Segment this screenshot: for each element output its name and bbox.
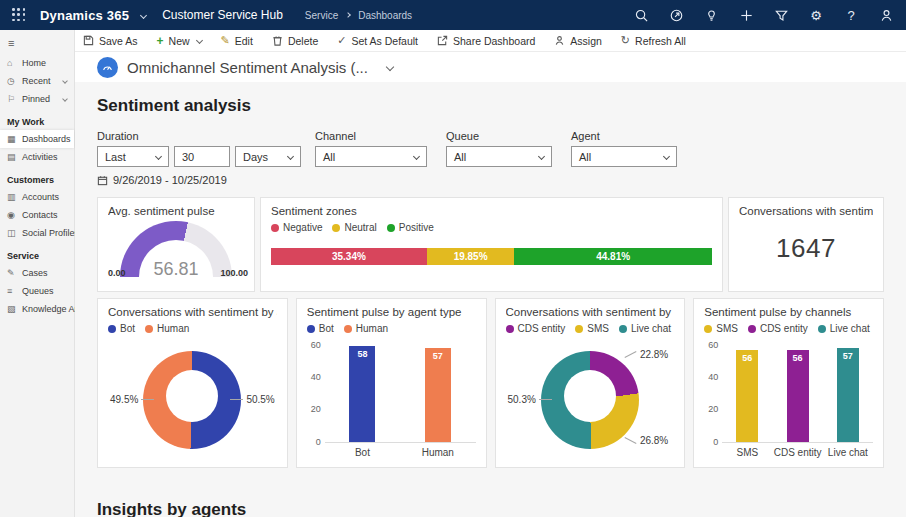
filter-bar: Duration Last Days Channel All	[97, 130, 884, 167]
chevron-down-icon	[62, 78, 68, 84]
knowledge-articles-icon: ▧	[7, 304, 17, 314]
cds-entity-bar: 56	[787, 350, 809, 442]
app-launcher-waffle-icon[interactable]	[12, 8, 26, 22]
sidebar-item-recent[interactable]: ◷ Recent	[0, 72, 74, 90]
app-name[interactable]: Customer Service Hub	[162, 8, 283, 22]
settings-gear-icon[interactable]: ⚙	[808, 7, 824, 23]
sms-bar: 56	[736, 350, 758, 442]
agent-filter: Agent All	[571, 130, 677, 167]
live-chat-share-label: 50.3%	[508, 394, 552, 405]
duration-count-input[interactable]	[174, 146, 230, 167]
search-icon[interactable]	[633, 7, 649, 23]
neutral-legend-dot	[332, 224, 340, 232]
breadcrumb-separator-icon	[345, 12, 351, 18]
duration-filter: Duration Last Days	[97, 130, 301, 167]
negative-legend-dot	[271, 224, 279, 232]
dashboard-selector-title[interactable]: Omnichannel Sentiment Analysis (...	[127, 59, 368, 76]
breadcrumb-service[interactable]: Service	[305, 10, 338, 21]
delete-button[interactable]: Delete	[272, 35, 318, 47]
sidebar-section-my-work: My Work	[0, 108, 74, 130]
sidebar-item-cases[interactable]: ✎ Cases	[0, 264, 74, 282]
account-person-icon[interactable]	[878, 7, 894, 23]
sentiment-pulse-by-channels-bar-card: Sentiment pulse by channels SMS CDS enti…	[693, 298, 884, 468]
activities-icon: ▤	[7, 152, 17, 162]
sidebar-item-knowledge-articles[interactable]: ▧ Knowledge Articles	[0, 300, 74, 318]
sitemap-sidebar: ≡ ⌂ Home ◷ Recent ⚐ Pinned My Work ▦ Das…	[0, 30, 75, 517]
channel-select[interactable]: All	[315, 146, 427, 167]
agent-select[interactable]: All	[571, 146, 677, 167]
brand-title[interactable]: Dynamics 365	[40, 8, 129, 23]
channel-filter: Channel All	[315, 130, 427, 167]
sidebar-item-home[interactable]: ⌂ Home	[0, 54, 74, 72]
share-icon	[437, 35, 448, 46]
insights-section-title: Insights by agents	[97, 500, 884, 517]
live-chat-legend-dot	[619, 325, 627, 333]
plus-icon: +	[157, 35, 164, 47]
breadcrumb: Service Dashboards	[305, 10, 412, 21]
dashboard-gauge-icon	[97, 57, 118, 78]
command-bar: Save As + New ✎ Edit Delete ✓ Set As Def…	[75, 30, 906, 52]
filter-funnel-icon[interactable]	[773, 7, 789, 23]
recent-clock-icon: ◷	[7, 76, 17, 86]
pencil-icon: ✎	[221, 35, 230, 46]
trash-icon	[272, 35, 283, 46]
share-dashboard-button[interactable]: Share Dashboard	[437, 35, 535, 47]
channels-bar-chart: 60 40 20 0 56 56 57	[704, 343, 873, 443]
neutral-segment: 19.85%	[427, 248, 515, 265]
quick-actions-icon[interactable]	[668, 7, 684, 23]
duration-unit-select[interactable]: Days	[235, 146, 301, 167]
calendar-icon	[97, 175, 108, 186]
avg-sentiment-pulse-card: Avg. sentiment pulse 56.81 0.00 100.00	[97, 197, 255, 292]
sentiment-by-channel-donut-card: Conversations with sentiment by channel …	[495, 298, 686, 468]
queue-filter: Queue All	[446, 130, 552, 167]
sidebar-item-contacts[interactable]: ◉ Contacts	[0, 206, 74, 224]
brand-chevron-down-icon[interactable]	[140, 11, 147, 18]
sitemap-collapse-icon[interactable]: ≡	[0, 30, 74, 54]
edit-button[interactable]: ✎ Edit	[221, 35, 253, 47]
kpi-value: 1647	[739, 233, 873, 264]
save-as-button[interactable]: Save As	[83, 35, 138, 47]
check-icon: ✓	[337, 35, 346, 46]
chevron-down-icon	[62, 96, 68, 102]
top-nav-bar: Dynamics 365 Customer Service Hub Servic…	[0, 0, 906, 30]
assign-button[interactable]: Assign	[554, 35, 602, 47]
breadcrumb-dashboards[interactable]: Dashboards	[358, 10, 412, 21]
sentiment-by-agent-type-donut-card: Conversations with sentiment by agent t.…	[97, 298, 288, 468]
conversations-kpi-card: Conversations with sentiment p... 1647	[728, 197, 884, 292]
sidebar-item-dashboards[interactable]: ▦ Dashboards	[0, 130, 74, 148]
dashboard-selector-chevron-icon[interactable]	[386, 63, 394, 71]
sentiment-pulse-by-agent-type-bar-card: Sentiment pulse by agent type Bot Human …	[296, 298, 487, 468]
add-plus-icon[interactable]	[738, 7, 754, 23]
human-bar: 57	[425, 348, 451, 442]
set-as-default-button[interactable]: ✓ Set As Default	[337, 35, 418, 47]
date-range-display: 9/26/2019 - 10/25/2019	[97, 174, 884, 186]
cds-entity-share-label: 22.8%	[624, 349, 668, 360]
duration-range-select[interactable]: Last	[97, 146, 169, 167]
cds-entity-legend-dot	[506, 325, 514, 333]
sentiment-zones-stacked-bar: 35.34% 19.85% 44.81%	[271, 248, 712, 265]
negative-segment: 35.34%	[271, 248, 427, 265]
live-chat-bar: 57	[837, 348, 859, 442]
human-share-label: 49.5%	[110, 394, 154, 405]
sidebar-item-accounts[interactable]: ▥ Accounts	[0, 188, 74, 206]
channel-donut-chart: 50.3% 22.8% 26.8%	[506, 334, 675, 458]
agent-type-bar-chart: 60 40 20 0 58 57	[307, 343, 476, 443]
human-legend-dot	[145, 325, 153, 333]
sidebar-item-queues[interactable]: ≡ Queues	[0, 282, 74, 300]
new-button[interactable]: + New	[157, 35, 202, 47]
agent-type-donut-chart: 49.5% 50.5%	[108, 334, 277, 458]
pin-icon: ⚐	[7, 94, 17, 104]
sidebar-section-customers: Customers	[0, 166, 74, 188]
dashboards-icon: ▦	[7, 134, 17, 144]
sidebar-item-social-profiles[interactable]: ◫ Social Profiles	[0, 224, 74, 242]
sms-share-label: 26.8%	[624, 435, 668, 446]
zones-legend: Negative Neutral Positive	[271, 222, 712, 233]
help-icon[interactable]: ?	[843, 7, 859, 23]
sms-legend-dot	[575, 325, 583, 333]
insights-lightbulb-icon[interactable]	[703, 7, 719, 23]
sidebar-item-pinned[interactable]: ⚐ Pinned	[0, 90, 74, 108]
bot-share-label: 50.5%	[230, 394, 274, 405]
sidebar-item-activities[interactable]: ▤ Activities	[0, 148, 74, 166]
refresh-all-button[interactable]: ↻ Refresh All	[621, 35, 686, 47]
queue-select[interactable]: All	[446, 146, 552, 167]
